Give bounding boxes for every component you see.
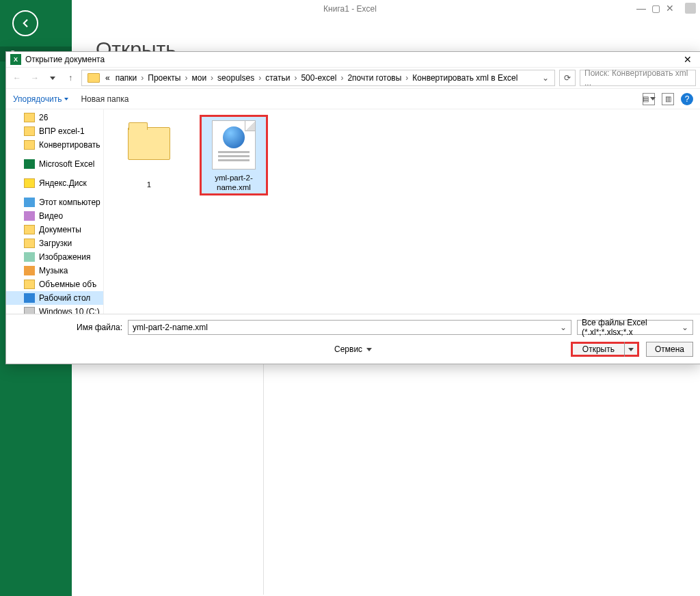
pc-icon xyxy=(24,198,35,207)
breadcrumb-dropdown-icon[interactable]: ⌄ xyxy=(542,73,552,83)
dialog-toolbar: Упорядочить Новая папка ▤ ▥ ? xyxy=(6,89,700,109)
folder-tree[interactable]: 26ВПР excel-1КонвертироватьMicrosoft Exc… xyxy=(6,109,104,314)
video-icon xyxy=(24,211,35,221)
close-dialog-button[interactable]: ✕ xyxy=(679,54,696,65)
preview-pane-button[interactable]: ▥ xyxy=(662,93,674,105)
filetype-select[interactable]: Все файлы Excel (*.xl*;*.xlsx;*.x ⌄ xyxy=(577,320,693,335)
desktop-icon xyxy=(24,293,35,303)
breadcrumb-item[interactable]: Проекты xyxy=(145,73,183,83)
tree-item-label: Объемные объ xyxy=(39,280,96,289)
nav-forward-button[interactable]: → xyxy=(28,71,42,85)
tree-item[interactable]: Видео xyxy=(6,209,103,223)
tree-item[interactable]: ВПР excel-1 xyxy=(6,124,103,138)
tree-item[interactable]: Этот компьютер xyxy=(6,195,103,209)
tree-item[interactable]: Рабочий стол xyxy=(6,291,103,305)
tree-item[interactable]: Загрузки xyxy=(6,236,103,250)
chevron-down-icon xyxy=(64,98,68,100)
chevron-down-icon xyxy=(366,348,372,351)
filename-input[interactable]: yml-part-2-name.xml ⌄ xyxy=(128,320,571,335)
arrow-left-icon xyxy=(19,17,31,29)
tree-item-label: Рабочий стол xyxy=(39,293,90,303)
tree-item[interactable]: Яндекс.Диск xyxy=(6,176,103,190)
tree-item-label: Конвертировать xyxy=(39,140,100,150)
file-item[interactable]: 1 xyxy=(115,115,183,193)
user-avatar-icon[interactable] xyxy=(685,3,696,14)
folder-icon xyxy=(24,126,35,136)
breadcrumb-item[interactable]: мои xyxy=(189,73,209,83)
tree-item[interactable]: Конвертировать xyxy=(6,138,103,152)
tree-item-label: 26 xyxy=(39,113,48,122)
tree-item[interactable]: Документы xyxy=(6,223,103,236)
tree-item-label: Яндекс.Диск xyxy=(39,178,87,188)
filetype-dropdown-icon[interactable]: ⌄ xyxy=(682,323,688,332)
file-list[interactable]: 1yml-part-2-name.xml xyxy=(104,109,700,314)
open-button[interactable]: Открыть xyxy=(571,342,639,357)
file-name-label: yml-part-2-name.xml xyxy=(202,174,265,193)
tree-item-label: Загрузки xyxy=(39,239,72,248)
cloud-icon xyxy=(24,178,35,188)
folder-icon xyxy=(24,280,35,289)
folder-icon xyxy=(24,225,35,234)
pic-icon xyxy=(24,252,35,262)
excel-title-bar: Книга1 - Excel — ▢ ✕ xyxy=(0,0,700,17)
file-name-label: 1 xyxy=(118,180,180,190)
tree-item-label: Документы xyxy=(39,225,81,234)
refresh-button[interactable]: ⟳ xyxy=(559,70,576,86)
tree-item-label: Изображения xyxy=(39,252,90,262)
nav-up-button[interactable]: ↑ xyxy=(64,71,77,85)
tree-item-label: Музыка xyxy=(39,266,68,275)
tree-item[interactable]: Объемные объ xyxy=(6,277,103,291)
breadcrumb-item[interactable]: seopulses xyxy=(215,73,257,83)
filetype-value: Все файлы Excel (*.xl*;*.xlsx;*.x xyxy=(582,318,682,337)
music-icon xyxy=(24,266,35,275)
breadcrumb-prefix: « xyxy=(103,73,113,83)
tree-item-label: Microsoft Excel xyxy=(39,159,94,169)
excel-icon xyxy=(24,159,35,169)
tree-item[interactable]: 26 xyxy=(6,111,103,124)
search-input[interactable]: Поиск: Конвертировать xml ... xyxy=(580,70,696,86)
search-placeholder: Поиск: Конвертировать xml ... xyxy=(584,68,691,87)
folder-icon xyxy=(24,239,35,248)
tree-item-label: Видео xyxy=(39,211,63,221)
folder-icon xyxy=(24,140,35,150)
nav-recent-button[interactable] xyxy=(46,71,59,85)
tree-item[interactable]: Музыка xyxy=(6,264,103,277)
close-excel-icon[interactable]: ✕ xyxy=(666,3,674,14)
tree-item[interactable]: Microsoft Excel xyxy=(6,157,103,171)
file-item[interactable]: yml-part-2-name.xml xyxy=(200,115,268,195)
tree-item[interactable]: Изображения xyxy=(6,250,103,264)
open-split-dropdown[interactable] xyxy=(625,342,637,357)
tree-item[interactable]: Windows 10 (C:) xyxy=(6,305,103,314)
disk-icon xyxy=(24,307,35,314)
panel-separator xyxy=(263,362,264,595)
xml-file-icon xyxy=(212,120,256,170)
restore-icon[interactable]: ▢ xyxy=(651,3,660,14)
breadcrumb-item[interactable]: статьи xyxy=(262,73,293,83)
dialog-title-bar: X Открытие документа ✕ xyxy=(6,52,700,67)
nav-back-button[interactable]: ← xyxy=(10,71,24,85)
cancel-button[interactable]: Отмена xyxy=(646,342,693,357)
excel-doc-title: Книга1 - Excel xyxy=(323,4,377,14)
breadcrumb-item[interactable]: Конвертировать xml в Excel xyxy=(409,73,520,83)
breadcrumb-path[interactable]: « папки› Проекты› мои› seopulses› статьи… xyxy=(81,70,555,86)
dialog-title: Открытие документа xyxy=(25,55,105,64)
breadcrumb-item[interactable]: 2почти готовы xyxy=(345,73,404,83)
breadcrumb-item[interactable]: папки xyxy=(113,73,140,83)
filename-label: Имя файла: xyxy=(13,323,122,332)
breadcrumb-item[interactable]: 500-excel xyxy=(298,73,339,83)
folder-icon xyxy=(24,113,35,122)
minimize-icon[interactable]: — xyxy=(636,3,646,14)
folder-icon xyxy=(88,73,100,83)
tree-item-label: ВПР excel-1 xyxy=(39,126,85,136)
new-folder-button[interactable]: Новая папка xyxy=(81,94,129,104)
view-options-button[interactable]: ▤ xyxy=(643,93,655,105)
service-dropdown[interactable]: Сервис xyxy=(334,344,372,354)
back-button[interactable] xyxy=(12,10,38,36)
filename-dropdown-icon[interactable]: ⌄ xyxy=(560,323,567,332)
organize-button[interactable]: Упорядочить xyxy=(13,94,68,104)
tree-item-label: Windows 10 (C:) xyxy=(39,307,100,314)
help-button[interactable]: ? xyxy=(681,93,693,105)
file-open-dialog: X Открытие документа ✕ ← → ↑ « папки› Пр… xyxy=(5,51,700,364)
dialog-nav-bar: ← → ↑ « папки› Проекты› мои› seopulses› … xyxy=(6,67,700,89)
filename-value: yml-part-2-name.xml xyxy=(133,323,208,332)
